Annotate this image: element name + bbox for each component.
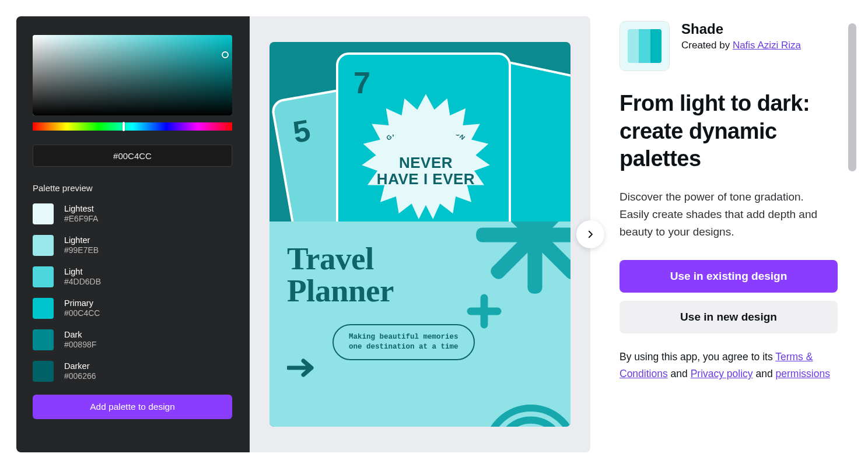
swatch-row[interactable]: Lighter#99E7EB [33,235,233,256]
color-picker-panel: Palette preview Lightest#E6F9FALighter#9… [16,16,250,452]
app-title: Shade [681,21,801,37]
swatch-hex: #006266 [64,371,96,382]
swatch-name: Light [64,266,101,277]
plus-shape [466,293,503,330]
palette-preview-label: Palette preview [33,183,233,193]
scrollbar[interactable] [848,23,856,171]
app-container: Palette preview Lightest#E6F9FALighter#9… [0,0,868,452]
swatch-name: Lightest [64,203,98,214]
hue-handle[interactable] [123,122,125,131]
curved-subtitle: GAME NIGHT EDITION [373,135,478,151]
swatch-row[interactable]: Light#4DD6DB [33,266,233,287]
swatch-hex: #99E7EB [64,245,99,256]
swatch-name: Lighter [64,235,99,245]
arrow-icon [287,358,315,378]
asterisk-shape [474,222,570,296]
tagline-pill: Making beautiful memoriesone destination… [332,324,475,360]
card-number-5: 5 [290,113,313,150]
swatch-name: Dark [64,329,96,340]
creator-link[interactable]: Nafis Azizi Riza [733,40,801,51]
card-middle: 7 GAME NIGHT EDITION NEVERHAVE I EVER [336,52,511,222]
swatch-hex: #4DD6DB [64,277,101,287]
use-existing-button[interactable]: Use in existing design [620,260,838,293]
headline: From light to dark: create dynamic palet… [620,90,847,173]
swatch-color [33,361,54,382]
rainbow-shape [481,358,570,427]
design-mockup: 5 7 GAME NIGHT EDITION NEVERHAVE I EVER … [270,42,570,427]
use-new-button[interactable]: Use in new design [620,301,838,333]
preview-panel: 5 7 GAME NIGHT EDITION NEVERHAVE I EVER … [250,16,590,452]
saturation-value-picker[interactable] [33,35,232,115]
swatch-row[interactable]: Lightest#E6F9FA [33,203,233,224]
swatch-color [33,298,54,319]
svg-rect-7 [467,308,502,315]
hex-input[interactable] [33,145,232,167]
add-palette-button[interactable]: Add palette to design [33,395,232,419]
privacy-link[interactable]: Privacy policy [691,368,753,379]
swatch-color [33,203,54,224]
travel-line-2: Planner [287,273,394,308]
star-line-1: NEVER [399,154,453,171]
swatch-color [33,266,54,287]
swatch-hex: #00C4CC [64,308,100,319]
legal-text: By using this app, you agree to its Term… [620,349,841,384]
svg-text:GAME NIGHT EDITION: GAME NIGHT EDITION [384,135,467,142]
swatch-hex: #00898F [64,340,96,350]
sv-handle[interactable] [222,51,229,58]
swatch-hex: #E6F9FA [64,214,98,224]
info-panel: Shade Created by Nafis Azizi Riza From l… [590,16,868,452]
swatch-color [33,235,54,256]
travel-line-1: Travel [287,241,374,276]
swatch-row[interactable]: Darker#006266 [33,361,233,382]
app-icon [620,21,670,71]
description: Discover the power of tone gradation. Ea… [620,188,835,241]
swatch-color [33,329,54,350]
swatch-name: Darker [64,361,96,371]
swatch-row[interactable]: Primary#00C4CC [33,298,233,319]
swatch-name: Primary [64,298,100,308]
swatch-row[interactable]: Dark#00898F [33,329,233,350]
chevron-right-icon [585,229,596,240]
star-line-2: HAVE I EVER [377,170,475,188]
permissions-link[interactable]: permissions [776,368,830,379]
creator-line: Created by Nafis Azizi Riza [681,40,801,51]
hue-slider[interactable] [33,122,232,131]
next-button[interactable] [576,220,604,248]
